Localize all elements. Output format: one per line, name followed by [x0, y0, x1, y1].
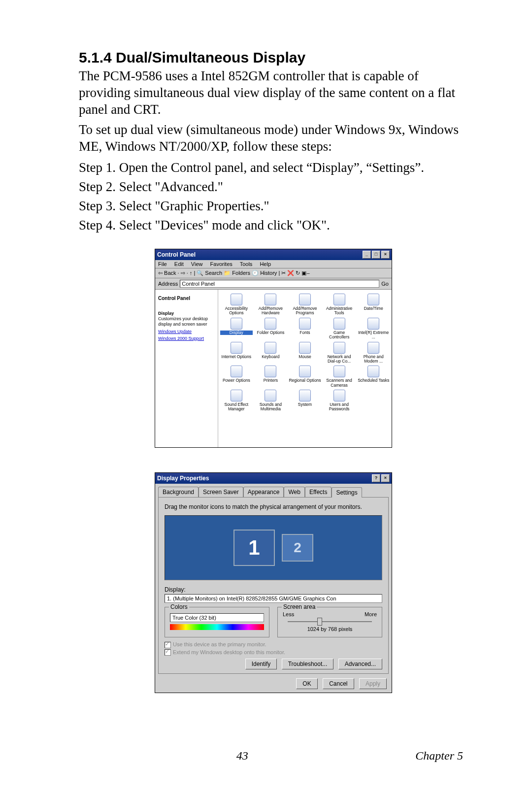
cp-icon[interactable]: Keyboard [255, 342, 287, 364]
menu-favorites[interactable]: Favorites [210, 261, 233, 267]
go-button[interactable]: Go [381, 281, 389, 287]
paragraph-1: The PCM-9586 uses a Intel 852GM controll… [79, 68, 468, 118]
cp-icon[interactable]: Fonts [289, 318, 321, 340]
cp-icon[interactable]: Internet Options [220, 342, 253, 364]
identify-button[interactable]: Identify [245, 659, 277, 669]
address-field[interactable]: Control Panel [180, 280, 379, 288]
window-title: Control Panel [157, 251, 196, 258]
cp-icon[interactable]: Printers [255, 365, 287, 388]
menu-tools[interactable]: Tools [240, 261, 253, 267]
address-label: Address [158, 281, 178, 287]
screen-area-label: Screen area [282, 603, 317, 610]
cp-icon[interactable]: Sounds and Multimedia [255, 390, 287, 412]
paragraph-2: To set up dual view (simultaneous mode) … [79, 122, 468, 155]
color-spectrum [170, 624, 264, 630]
tab-screen-saver[interactable]: Screen Saver [199, 487, 243, 497]
toolbar[interactable]: ⇦ Back · ⇨ · ↑ | 🔍 Search 📁 Folders 🕘 Hi… [155, 268, 392, 278]
cp-icon[interactable]: System [289, 390, 321, 412]
cp-icon[interactable]: Accessibility Options [220, 294, 253, 316]
cp-icon[interactable]: Sound Effect Manager [220, 390, 253, 412]
advanced-button[interactable]: Advanced... [338, 659, 382, 669]
cp-icon[interactable]: Power Options [220, 365, 253, 388]
cp-icon[interactable]: Scheduled Tasks [357, 365, 390, 388]
cp-icon[interactable]: Date/Time [357, 294, 390, 316]
cp-icon[interactable]: Scanners and Cameras [323, 365, 356, 388]
tab-background[interactable]: Background [158, 487, 199, 497]
step-1: Step 1. Open the Control panel, and sele… [79, 159, 468, 176]
monitor-2[interactable]: 2 [282, 534, 313, 562]
resolution-slider[interactable] [288, 621, 372, 622]
cp-icon[interactable]: Administrative Tools [323, 294, 356, 316]
extend-desktop-label: Extend my Windows desktop onto this moni… [173, 649, 285, 655]
cp-icon[interactable]: Display [220, 318, 253, 340]
control-panel-window: Control Panel _ □ × File Edit View Favor… [155, 249, 392, 448]
step-4: Step 4. Select "Devices" mode and click … [79, 217, 468, 234]
resolution-value: 1024 by 768 pixels [283, 626, 377, 632]
side-title: Control Panel [158, 296, 215, 301]
step-2: Step 2. Select "Advanced." [79, 178, 468, 196]
more-label: More [365, 611, 377, 617]
link-windows-update[interactable]: Windows Update [158, 329, 215, 334]
menu-view[interactable]: View [191, 261, 203, 267]
monitor-preview[interactable]: 1 2 [165, 515, 382, 580]
side-desc: Customizes your desktop display and scre… [158, 316, 208, 327]
display-properties-dialog: Display Properties ? × BackgroundScreen … [155, 472, 392, 693]
tab-strip: BackgroundScreen SaverAppearanceWebEffec… [155, 484, 392, 497]
cp-icon[interactable]: Add/Remove Programs [289, 294, 321, 316]
monitor-1[interactable]: 1 [233, 530, 275, 566]
cancel-button[interactable]: Cancel [323, 678, 354, 689]
menu-help[interactable]: Help [260, 261, 271, 267]
cp-icon[interactable]: Folder Options [255, 318, 287, 340]
tab-web[interactable]: Web [284, 487, 304, 497]
apply-button[interactable]: Apply [359, 678, 387, 689]
cp-icon[interactable]: Mouse [289, 342, 321, 364]
extend-desktop-checkbox[interactable] [165, 649, 171, 656]
menu-file[interactable]: File [158, 261, 167, 267]
cp-icon[interactable]: Intel(R) Extreme ... [357, 318, 390, 340]
tab-effects[interactable]: Effects [305, 487, 332, 497]
cp-icon[interactable]: Regional Options [289, 365, 321, 388]
troubleshoot-button[interactable]: Troubleshoot... [282, 659, 334, 669]
colors-select[interactable]: True Color (32 bit) [170, 613, 264, 622]
cp-icon[interactable]: Game Controllers [323, 318, 356, 340]
icon-grid: Accessibility OptionsAdd/Remove Hardware… [218, 290, 392, 447]
cp-icon[interactable]: Network and Dial-up Co... [323, 342, 356, 364]
menu-bar[interactable]: File Edit View Favorites Tools Help [155, 260, 392, 268]
display-label: Display: [165, 586, 382, 593]
dialog-title: Display Properties [157, 475, 209, 482]
cp-icon[interactable]: Users and Passwords [323, 390, 356, 412]
page-number: 43 [236, 749, 248, 763]
minimize-button[interactable]: _ [363, 251, 371, 259]
close-button[interactable]: × [381, 251, 390, 259]
chapter-label: Chapter 5 [415, 749, 463, 763]
section-heading: 5.1.4 Dual/Simultaneous Display [79, 49, 468, 66]
ok-button[interactable]: OK [296, 678, 317, 689]
colors-group-label: Colors [169, 603, 189, 610]
primary-monitor-label: Use this device as the primary monitor. [173, 641, 266, 647]
maximize-button[interactable]: □ [372, 251, 380, 259]
hint-text: Drag the monitor icons to match the phys… [165, 503, 382, 510]
step-3: Step 3. Select "Graphic Properties." [79, 198, 468, 215]
help-button[interactable]: ? [372, 474, 380, 482]
primary-monitor-checkbox[interactable] [165, 642, 171, 648]
less-label: Less [283, 611, 294, 617]
cp-icon[interactable]: Add/Remove Hardware [255, 294, 287, 316]
cp-icon[interactable]: Phone and Modem ... [357, 342, 390, 364]
menu-edit[interactable]: Edit [174, 261, 184, 267]
link-windows-support[interactable]: Windows 2000 Support [158, 336, 215, 341]
side-section: Display [158, 311, 174, 316]
tab-appearance[interactable]: Appearance [243, 487, 284, 497]
display-select[interactable]: 1. (Multiple Monitors) on Intel(R) 82852… [165, 594, 382, 603]
tab-settings[interactable]: Settings [332, 487, 362, 498]
close-button[interactable]: × [381, 474, 390, 482]
